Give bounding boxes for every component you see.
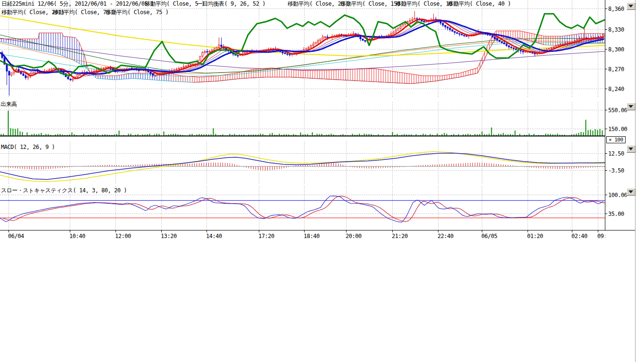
price-axis-value: 8,270 <box>608 66 624 73</box>
x-axis-labels: 06/0410:4012:0013:2014:4017:2018:4020:00… <box>0 0 605 245</box>
price-axis-value: 8,330 <box>608 26 624 33</box>
panel-scale-dropdown-button[interactable] <box>627 2 636 10</box>
panel-scale-dropdown-button[interactable] <box>627 145 636 153</box>
price-axis-value: 8,240 <box>608 86 624 92</box>
volume-axis-value: 150.00 <box>608 126 627 132</box>
x-axis-time-label: 17:20 <box>258 233 274 239</box>
chevron-down-icon <box>628 190 633 193</box>
volume-multiplier-badge: × 100 <box>606 136 626 143</box>
macd-axis-value: 12.50 <box>608 150 624 157</box>
x-axis-time-label: 14:40 <box>206 233 222 239</box>
x-axis-time-label: 12:00 <box>115 233 131 239</box>
x-axis-time-label: 06/05 <box>481 233 497 239</box>
stoch-axis-value: 100.00 <box>608 192 627 198</box>
x-axis-time-label: 13:20 <box>161 233 177 239</box>
x-axis-time-label: 21:20 <box>392 233 408 239</box>
x-axis-time-label: 20:00 <box>346 233 362 239</box>
chevron-down-icon <box>628 5 633 8</box>
x-axis-time-label: 09: <box>597 233 605 239</box>
chevron-down-icon <box>628 105 633 108</box>
macd-axis-value: -3.50 <box>608 167 624 174</box>
chart-application-window: 日経225mini 12/06( 5分, 2012/06/01 - 2012/0… <box>0 0 644 362</box>
x-axis-time-label: 02:40 <box>571 233 587 239</box>
x-axis-time-label: 06/04 <box>8 233 24 239</box>
panel-scale-dropdown-button[interactable] <box>627 188 636 196</box>
volume-axis-value: 550.00 <box>608 107 627 114</box>
x-axis-time-label: 01:20 <box>527 233 543 239</box>
stoch-axis-value: 35.00 <box>608 211 624 217</box>
price-axis-value: 8,360 <box>608 6 624 12</box>
x-axis-time-label: 18:40 <box>304 233 320 239</box>
chevron-down-icon <box>628 148 633 150</box>
x-axis-time-label: 10:40 <box>69 233 85 239</box>
panel-scale-dropdown-button[interactable] <box>627 103 636 110</box>
x-axis-time-label: 22:40 <box>438 233 454 239</box>
price-axis-value: 8,300 <box>608 46 624 53</box>
